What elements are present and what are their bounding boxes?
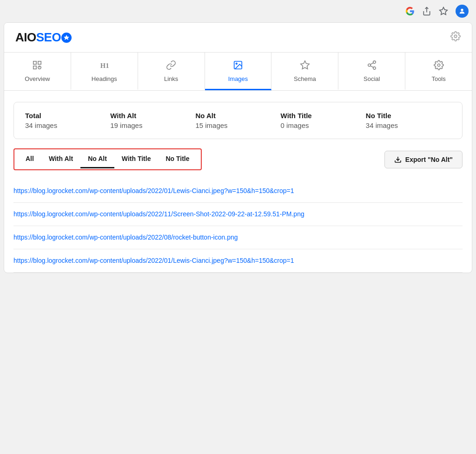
links-icon xyxy=(166,60,176,73)
image-link-3[interactable]: https://blog.logrocket.com/wp-content/up… xyxy=(13,234,238,241)
headings-icon: H1 xyxy=(99,60,109,73)
list-item: https://blog.logrocket.com/wp-content/up… xyxy=(13,203,463,226)
svg-point-15 xyxy=(373,67,376,70)
stat-no-alt: No Alt 15 images xyxy=(195,112,280,129)
tab-tools-label: Tools xyxy=(431,75,445,82)
stat-total: Total 34 images xyxy=(25,112,110,129)
svg-rect-5 xyxy=(38,61,41,64)
stat-no-title-value: 34 images xyxy=(366,121,451,129)
tab-schema-label: Schema xyxy=(294,75,316,82)
images-icon xyxy=(233,60,243,73)
filter-tab-no-alt[interactable]: No Alt xyxy=(80,150,114,168)
overview-icon xyxy=(32,60,42,73)
svg-point-2 xyxy=(461,9,463,11)
tab-links-label: Links xyxy=(164,75,178,82)
filter-tab-all[interactable]: All xyxy=(18,150,41,168)
tools-icon xyxy=(434,60,444,73)
schema-icon xyxy=(300,60,310,73)
svg-rect-6 xyxy=(33,66,36,69)
svg-point-14 xyxy=(368,64,370,67)
stat-with-alt-value: 19 images xyxy=(110,121,195,129)
stat-no-alt-label: No Alt xyxy=(195,112,280,120)
svg-point-18 xyxy=(437,64,440,67)
app-header: AIOSEO xyxy=(4,23,472,53)
tab-images[interactable]: Images xyxy=(205,53,272,90)
logo-seo-text: SEO xyxy=(36,30,61,45)
tab-headings-label: Headings xyxy=(92,75,117,82)
export-icon xyxy=(394,156,402,163)
list-item: https://blog.logrocket.com/wp-content/up… xyxy=(13,249,463,273)
tab-overview[interactable]: Overview xyxy=(4,53,71,90)
filter-tabs-wrapper: All With Alt No Alt With Title No Title xyxy=(13,148,202,170)
svg-marker-1 xyxy=(440,7,448,15)
browser-chrome: AIOSEO xyxy=(0,0,476,277)
aioseo-logo: AIOSEO xyxy=(15,30,72,45)
stats-container: Total 34 images With Alt 19 images No Al… xyxy=(13,102,463,139)
list-item: https://blog.logrocket.com/wp-content/up… xyxy=(13,226,463,249)
tab-tools[interactable]: Tools xyxy=(405,53,472,90)
svg-point-11 xyxy=(236,63,237,64)
tab-social[interactable]: Social xyxy=(338,53,405,90)
settings-gear-icon[interactable] xyxy=(450,31,461,44)
logo-icon xyxy=(61,33,72,43)
svg-line-17 xyxy=(370,63,373,65)
filter-section: All With Alt No Alt With Title No Title … xyxy=(13,148,463,170)
list-item: https://blog.logrocket.com/wp-content/up… xyxy=(13,180,463,203)
stat-with-title: With Title 0 images xyxy=(281,112,366,129)
filter-tabs: All With Alt No Alt With Title No Title xyxy=(18,150,197,168)
image-list: https://blog.logrocket.com/wp-content/up… xyxy=(13,180,463,273)
stat-no-title-label: No Title xyxy=(366,112,451,120)
svg-text:H1: H1 xyxy=(100,62,109,69)
filter-tab-with-alt[interactable]: With Alt xyxy=(41,150,80,168)
tab-images-label: Images xyxy=(228,75,248,82)
stat-total-label: Total xyxy=(25,112,110,120)
social-icon xyxy=(367,60,377,73)
svg-rect-4 xyxy=(33,61,36,64)
stat-with-title-label: With Title xyxy=(281,112,366,120)
share-icon[interactable] xyxy=(422,7,431,16)
bookmark-icon[interactable] xyxy=(439,7,448,16)
tab-headings[interactable]: H1 Headings xyxy=(71,53,138,90)
image-link-4[interactable]: https://blog.logrocket.com/wp-content/up… xyxy=(13,257,294,264)
stat-with-alt-label: With Alt xyxy=(110,112,195,120)
image-link-1[interactable]: https://blog.logrocket.com/wp-content/up… xyxy=(13,187,294,194)
tab-schema[interactable]: Schema xyxy=(271,53,338,90)
filter-tab-no-title[interactable]: No Title xyxy=(158,150,197,168)
svg-line-16 xyxy=(370,66,373,67)
svg-point-3 xyxy=(454,35,457,38)
stat-no-alt-value: 15 images xyxy=(195,121,280,129)
tab-links[interactable]: Links xyxy=(138,53,205,90)
browser-toolbar xyxy=(0,0,476,22)
export-button[interactable]: Export "No Alt" xyxy=(384,151,463,168)
google-icon[interactable] xyxy=(405,7,415,16)
stat-no-title: No Title 34 images xyxy=(366,112,451,129)
svg-marker-12 xyxy=(301,61,309,69)
nav-tabs: Overview H1 Headings Lin xyxy=(4,53,472,91)
stat-with-title-value: 0 images xyxy=(281,121,366,129)
export-button-label: Export "No Alt" xyxy=(405,156,453,163)
filter-tab-with-title[interactable]: With Title xyxy=(114,150,159,168)
svg-point-13 xyxy=(373,61,376,64)
stat-with-alt: With Alt 19 images xyxy=(110,112,195,129)
logo-aio-text: AIO xyxy=(15,30,36,45)
tab-overview-label: Overview xyxy=(25,75,50,82)
app-container: AIOSEO xyxy=(4,22,472,273)
image-link-2[interactable]: https://blog.logrocket.com/wp-content/up… xyxy=(13,210,304,218)
profile-avatar[interactable] xyxy=(456,5,469,18)
stat-total-value: 34 images xyxy=(25,121,110,129)
tab-social-label: Social xyxy=(364,75,380,82)
